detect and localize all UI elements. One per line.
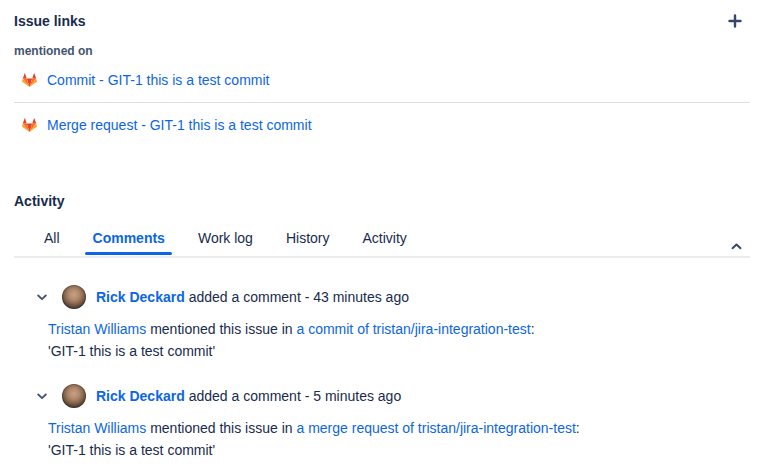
comment-body: Tristan Williams mentioned this issue in… xyxy=(48,318,750,362)
mention-source-link[interactable]: a commit of tristan/jira-integration-tes… xyxy=(296,321,530,337)
chevron-down-icon xyxy=(37,393,47,400)
comment-text-line: Tristan Williams mentioned this issue in… xyxy=(48,318,750,340)
collapse-activity-button[interactable] xyxy=(731,243,742,250)
gitlab-icon xyxy=(20,116,39,134)
comment-meta: added a comment - 5 minutes ago xyxy=(189,388,401,404)
issue-links-header: Issue links xyxy=(14,0,750,30)
chevron-up-icon xyxy=(731,243,742,250)
collapse-comment-button[interactable] xyxy=(36,393,48,400)
activity-title: Activity xyxy=(14,193,750,209)
activity-tabs: All Comments Work log History Activity xyxy=(14,230,750,258)
chevron-down-icon xyxy=(37,294,47,301)
gitlab-icon xyxy=(20,71,39,89)
issue-links-group-label: mentioned on xyxy=(14,44,750,58)
mention-author-link[interactable]: Tristan Williams xyxy=(48,420,146,436)
comments-list: Rick Deckardadded a comment - 43 minutes… xyxy=(14,258,750,461)
comment-meta: added a comment - 43 minutes ago xyxy=(189,289,409,305)
comment-text: mentioned this issue in xyxy=(146,321,296,337)
comment-quote: 'GIT-1 this is a test commit' xyxy=(48,439,750,461)
comment-body: Tristan Williams mentioned this issue in… xyxy=(48,417,750,461)
tab-all[interactable]: All xyxy=(44,230,60,246)
comment-text-suffix: : xyxy=(576,420,580,436)
comment-author-link[interactable]: Rick Deckard xyxy=(96,388,185,404)
tab-comments[interactable]: Comments xyxy=(93,230,165,246)
comment-header: Rick Deckardadded a comment - 43 minutes… xyxy=(14,285,750,309)
comment-item: Rick Deckardadded a comment - 5 minutes … xyxy=(14,384,750,461)
avatar[interactable] xyxy=(62,285,86,309)
collapse-comment-button[interactable] xyxy=(36,294,48,301)
comment-text-suffix: : xyxy=(531,321,535,337)
add-issue-link-button[interactable] xyxy=(726,12,744,30)
comment-header: Rick Deckardadded a comment - 5 minutes … xyxy=(14,384,750,408)
issue-links-title: Issue links xyxy=(14,13,86,29)
avatar[interactable] xyxy=(62,384,86,408)
issue-link-row: Merge request - GIT-1 this is a test com… xyxy=(14,103,750,147)
comment-text-line: Tristan Williams mentioned this issue in… xyxy=(48,417,750,439)
tab-work-log[interactable]: Work log xyxy=(198,230,253,246)
comment-quote: 'GIT-1 this is a test commit' xyxy=(48,340,750,362)
comment-text: mentioned this issue in xyxy=(146,420,296,436)
tab-history[interactable]: History xyxy=(286,230,330,246)
comment-item: Rick Deckardadded a comment - 43 minutes… xyxy=(14,285,750,362)
issue-link-row: Commit - GIT-1 this is a test commit xyxy=(14,58,750,102)
mention-author-link[interactable]: Tristan Williams xyxy=(48,321,146,337)
issue-link-merge-request[interactable]: Merge request - GIT-1 this is a test com… xyxy=(47,117,312,133)
issue-detail-panel: Issue links mentioned on Commit - GIT-1 … xyxy=(0,0,764,467)
comment-author-link[interactable]: Rick Deckard xyxy=(96,289,185,305)
issue-link-commit[interactable]: Commit - GIT-1 this is a test commit xyxy=(47,72,269,88)
tab-activity[interactable]: Activity xyxy=(362,230,406,246)
mention-source-link[interactable]: a merge request of tristan/jira-integrat… xyxy=(296,420,575,436)
plus-icon xyxy=(728,14,742,28)
